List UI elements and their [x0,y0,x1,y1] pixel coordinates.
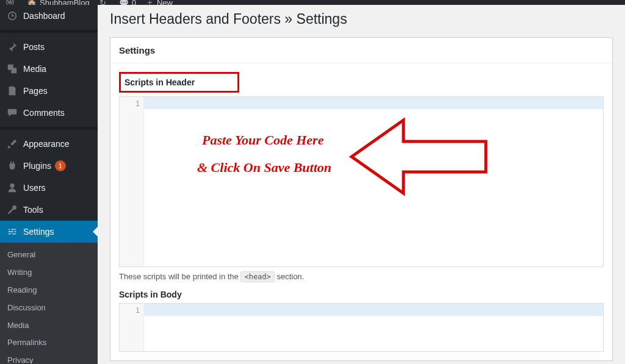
user-icon [6,182,18,194]
plugin-icon [6,160,18,172]
editor-gutter: 1 [120,304,144,351]
sidebar-item-label: Dashboard [23,11,65,21]
submenu-discussion[interactable]: Discussion [0,299,98,317]
sidebar-item-appearance[interactable]: Appearance [0,133,98,155]
sidebar-item-dashboard[interactable]: Dashboard [0,5,98,27]
toolbar-new[interactable]: ＋New [146,0,173,5]
wrench-icon [6,204,18,216]
sidebar-item-label: Tools [23,205,43,215]
dashboard-icon [6,10,18,22]
toolbar-site-name[interactable]: 🏠ShubhamBlog [27,0,90,5]
menu-separator [0,30,98,33]
sidebar-item-label: Plugins [23,161,51,171]
scripts-body-label: Scripts in Body [119,290,604,299]
editor-first-line [144,97,603,109]
settings-submenu: General Writing Reading Discussion Media… [0,243,98,364]
admin-toolbar: ⓦ 🏠ShubhamBlog ↻ 💬0 ＋New [0,0,625,5]
toolbar-comments[interactable]: 💬0 [119,0,136,5]
editor-gutter: 1 [120,97,144,266]
admin-sidebar: Dashboard Posts Media Pages Comments App… [0,5,98,364]
sidebar-item-label: Appearance [23,139,70,149]
submenu-reading[interactable]: Reading [0,282,98,299]
sidebar-item-label: Media [23,64,46,74]
sidebar-item-media[interactable]: Media [0,58,98,80]
sidebar-item-settings[interactable]: Settings [0,221,98,243]
toolbar-updates[interactable]: ↻ [99,0,109,5]
submenu-media[interactable]: Media [0,317,98,335]
scripts-header-label: Scripts in Header [119,72,239,93]
sidebar-item-users[interactable]: Users [0,177,98,199]
panel-heading: Settings [110,38,612,63]
media-icon [6,63,18,75]
brush-icon [6,138,18,150]
head-tag-code: <head> [240,271,274,282]
sidebar-item-tools[interactable]: Tools [0,199,98,221]
toolbar-wp-logo[interactable]: ⓦ [6,0,17,5]
submenu-permalinks[interactable]: Permalinks [0,334,98,352]
editor-first-line [144,304,603,316]
main-content: Insert Headers and Footers » Settings Se… [98,5,625,364]
submenu-general[interactable]: General [0,246,98,264]
sidebar-item-pages[interactable]: Pages [0,80,98,102]
comment-icon [6,107,18,119]
pin-icon [6,41,18,53]
body-code-editor[interactable]: 1 [119,303,604,352]
sidebar-item-label: Settings [23,227,54,237]
submenu-privacy[interactable]: Privacy [0,352,98,364]
menu-separator [0,127,98,130]
sidebar-item-posts[interactable]: Posts [0,36,98,58]
sidebar-item-label: Users [23,183,46,193]
page-title: Insert Headers and Footers » Settings [110,11,613,27]
submenu-writing[interactable]: Writing [0,264,98,282]
sliders-icon [6,226,18,238]
page-icon [6,85,18,97]
sidebar-item-plugins[interactable]: Plugins 1 [0,155,98,177]
sidebar-item-label: Pages [23,86,48,96]
sidebar-item-label: Comments [23,108,65,118]
settings-panel: Settings Scripts in Header 1 These scrip… [110,37,613,361]
plugins-update-badge: 1 [55,160,66,171]
header-help-text: These scripts will be printed in the <he… [119,272,604,281]
sidebar-item-comments[interactable]: Comments [0,102,98,124]
header-code-editor[interactable]: 1 [119,96,604,267]
sidebar-item-label: Posts [23,42,45,52]
